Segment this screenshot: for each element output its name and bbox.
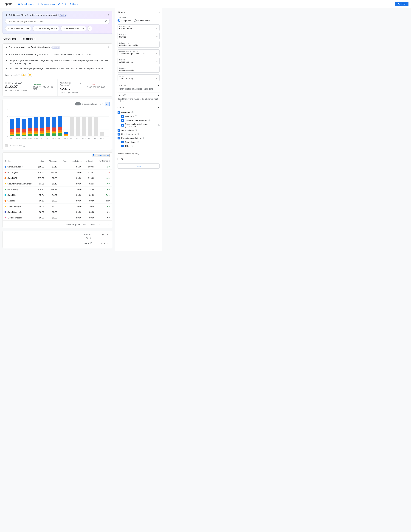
promotions-sub-checkbox[interactable]: ✓ Promotions ⓘ	[121, 141, 159, 143]
svg-rect-61	[82, 117, 86, 136]
metric-card-0-change: ↓ -4.09% -$5.21 over July 13 – 31, 2024	[30, 79, 57, 96]
table-row: ★ Cloud Functions $0.00 $0.00 $0.00 $0.0…	[3, 215, 112, 221]
td-subtotal: $0.56	[84, 198, 96, 204]
sustained-use-checkbox[interactable]: ✓ Sustained use discounts ⓘ	[121, 119, 159, 122]
current-month-chevron-icon: ▾	[156, 27, 158, 30]
labels-sub: Select the key and values of the labels …	[118, 98, 159, 102]
current-month-value[interactable]: Current month ▾	[119, 27, 158, 30]
invoice-level-header[interactable]: Invoice level charges ⓘ	[118, 151, 159, 156]
reseller-margin-info-icon: ⓘ	[137, 133, 139, 135]
rows-per-page-select[interactable]: 10 25 50	[82, 223, 87, 226]
totals-subtotal-label: Subtotal	[84, 233, 92, 236]
usage-date-radio[interactable]: Usage date	[118, 19, 131, 22]
table-row: Cloud SQL $17.50 -$0.88 $0.00 $16.62 ↓ 4…	[3, 175, 112, 181]
skus-chevron-icon: ▾	[156, 77, 158, 80]
table-row: ★ Cloud Storage $0.04 $0.00 $0.00 $0.04 …	[3, 204, 112, 209]
th-service: Service	[3, 158, 35, 164]
td-subtotal: $1.02	[84, 192, 96, 198]
projects-value[interactable]: All projects (55) ▾	[119, 61, 158, 63]
table-row: Compute Engine $88.81 -$7.18 -$1.00 $80.…	[3, 164, 112, 170]
subaccounts-value[interactable]: All subaccounts (27) ▾	[119, 44, 158, 47]
td-change: ↓ 20%	[96, 204, 112, 209]
th-change: % Change ⓘ	[96, 158, 112, 164]
folders-chevron-icon: ▾	[156, 52, 158, 55]
svg-text:Aug 17: Aug 17	[58, 138, 62, 139]
discounts-checkbox[interactable]: ✓ Discounts ⓘ	[118, 111, 159, 114]
td-discounts: -$0.98	[46, 170, 59, 175]
print-link[interactable]: Print	[58, 3, 66, 5]
group-by-value[interactable]: Service ▾	[119, 36, 158, 38]
quick-report-services[interactable]: ☁ Services – this month	[5, 26, 31, 31]
td-change: ↓ 4%	[96, 175, 112, 181]
subaccounts-chevron-icon: ▾	[156, 44, 158, 47]
thumbs-down-button[interactable]: 👎	[28, 73, 32, 77]
quick-report-last-invoice[interactable]: ☁ Last invoice by service	[32, 26, 59, 31]
prev-page-button[interactable]: ‹	[103, 222, 105, 226]
summary-collapse-button[interactable]: ∧	[108, 46, 110, 49]
invoice-month-radio-indicator	[134, 19, 137, 22]
quick-reports-row: ☁ Services – this month ☁ Last invoice b…	[5, 26, 110, 31]
td-cost: $17.50	[35, 175, 46, 181]
td-service: Security Command Center	[3, 181, 35, 187]
down-arrow-icon-0: ↓	[33, 83, 34, 86]
share-link[interactable]: Share	[69, 3, 78, 5]
gemini-magic-icon	[104, 20, 107, 23]
show-cumulative-toggle[interactable]: Show cumulative	[75, 102, 97, 105]
filters-title: Filters ›	[118, 11, 159, 14]
next-page-button[interactable]: ›	[108, 222, 110, 226]
download-csv-button[interactable]: Download CSV	[92, 154, 110, 157]
chart-controls: Show cumulative	[5, 102, 110, 106]
locations-section-header[interactable]: Locations ∧	[118, 83, 159, 88]
td-promos: $0.00	[59, 175, 83, 181]
table-row: App Engine $19.60 -$0.98 $0.00 $18.62 ↑ …	[3, 170, 112, 175]
cumulative-toggle-switch[interactable]	[75, 102, 81, 105]
time-range-section: Time range Usage date Invoice month	[118, 17, 159, 22]
svg-rect-49	[52, 133, 56, 136]
filters-expand-button[interactable]: ›	[159, 11, 159, 14]
other-checkbox[interactable]: ✓ Other ⓘ	[121, 145, 159, 147]
generate-query-link[interactable]: Generate query	[37, 3, 55, 5]
totals-total-value: $122.07	[97, 242, 110, 245]
thumbs-up-button[interactable]: 👍	[21, 73, 26, 77]
td-discounts: $0.00	[46, 204, 59, 209]
credits-section-header[interactable]: Credits ∧	[118, 105, 159, 110]
metric-card-1-change: ↑ 0.75% $1.54 over July 2024	[85, 79, 112, 96]
reseller-margin-checkbox[interactable]: ✓ Reseller margin ⓘ	[118, 133, 159, 135]
labels-section-header[interactable]: Labels ⓘ ∧	[118, 93, 159, 98]
up-arrow-icon-1: ↑	[87, 83, 89, 86]
svg-text:Aug 9: Aug 9	[34, 138, 38, 139]
tax-info-icon: ⓘ	[90, 237, 92, 239]
svg-text:Aug 5: Aug 5	[22, 138, 26, 139]
svg-rect-39	[40, 134, 44, 136]
td-discounts: -$0.03	[46, 198, 59, 204]
subscriptions-checkbox[interactable]: ✓ Subscriptions ⓘ	[118, 129, 159, 132]
bar-chart-button[interactable]	[105, 102, 110, 106]
print-icon	[58, 3, 61, 5]
trend-icon-0: ↗	[5, 53, 7, 57]
quick-reports-next-button[interactable]: ›	[87, 26, 92, 31]
tax-checkbox[interactable]: Tax	[118, 158, 159, 160]
see-all-reports-link[interactable]: See all reports	[18, 3, 34, 5]
td-discounts: -$0.12	[46, 181, 59, 187]
folders-value[interactable]: All folders/organizations (28) ▾	[119, 52, 158, 55]
gemini-input[interactable]	[8, 20, 104, 23]
reset-button[interactable]: Reset	[118, 163, 159, 169]
quick-report-projects[interactable]: ☁ Projects – this month	[60, 26, 86, 31]
svg-text:Aug 7: Aug 7	[28, 138, 32, 139]
invoice-level-label: Invoice level charges ⓘ	[118, 152, 139, 155]
services-filter-value[interactable]: All services (47) ▾	[119, 69, 158, 71]
metric-change-1: ↑ 0.75%	[87, 83, 110, 86]
skus-value[interactable]: All SKUs (408) ▾	[119, 77, 158, 80]
spending-based-checkbox[interactable]: ✓ Spending based discounts (contractual)…	[121, 123, 159, 128]
td-change: ↓ 6%	[96, 181, 112, 187]
gemini-input-row	[5, 19, 110, 24]
group-by-field: Group by Service ▾	[118, 33, 159, 39]
learn-button[interactable]: Learn	[395, 2, 409, 6]
td-change: ↓ 76%	[96, 192, 112, 198]
svg-text:Aug 23: Aug 23	[76, 138, 80, 139]
invoice-month-radio[interactable]: Invoice month	[134, 19, 150, 22]
line-chart-button[interactable]	[99, 102, 104, 106]
promotions-others-checkbox[interactable]: ✓ Promotions and others ⓘ	[118, 137, 159, 139]
gemini-collapse-button[interactable]: ∧	[108, 13, 110, 17]
free-tiers-checkbox[interactable]: ✓ Free tiers ⓘ	[121, 115, 159, 118]
